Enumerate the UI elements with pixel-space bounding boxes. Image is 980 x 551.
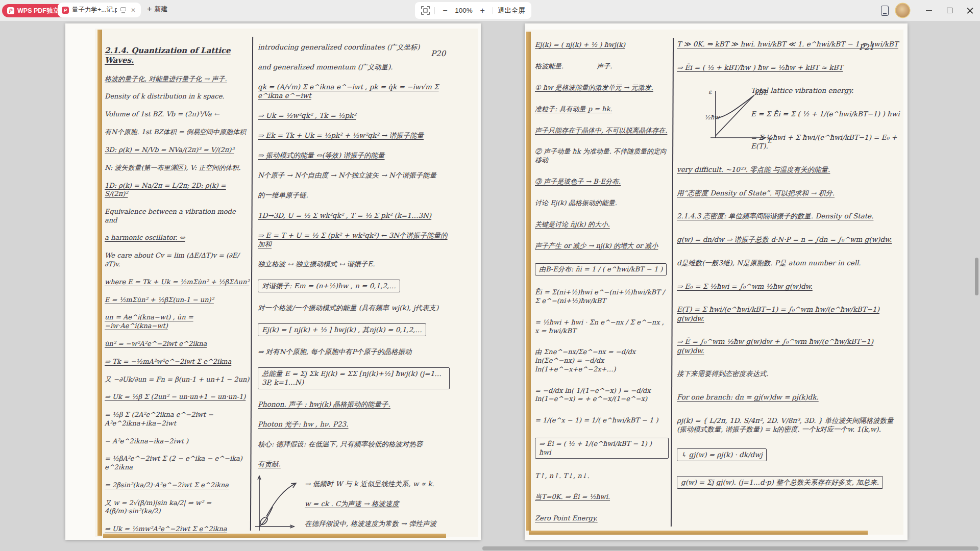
note-line: = 2βsin²(ka/2)·A²e^−2iwt Σ e^2ikna	[105, 481, 250, 490]
divider	[434, 7, 435, 14]
note-line: 格波的量子化, 对能量进行量子化 → 声子.	[105, 75, 250, 84]
document-tab[interactable]: P 量子力学+...记.pdf ✕	[58, 3, 141, 17]
note-line: 又 −∂Uk/∂un = Fn = β(un-1 + un+1 − 2un)	[105, 375, 250, 384]
zoom-level[interactable]: 100%	[455, 7, 473, 14]
notes-column: introducing generalized coordinates (广义坐…	[258, 43, 450, 529]
wps-logo-icon: P	[7, 7, 14, 14]
new-tab-label: 新建	[154, 5, 167, 14]
note-line: and generalized momentum (广义动量).	[258, 63, 450, 71]
energy-vs-temperature-sketch-graph: ε kBT. T. ½ħw	[704, 86, 774, 148]
exit-fullscreen-button[interactable]: 退出全屏	[498, 6, 525, 15]
notes-column: 2.1.4. Quantization of Lattice Waves.格波的…	[105, 46, 250, 534]
note-line: 声子只能存在于晶体中, 不可以脱离晶体存在.	[535, 127, 669, 135]
horizontal-scrollbar-thumb[interactable]	[482, 546, 978, 550]
note-line: 3D: ρ(k) = N/Vb = NVa/(2π)³ = V/(2π)³	[105, 146, 250, 155]
note-line: 由B-E分布: n̄i = 1 / ( e^ħwi/kBT − 1 )	[535, 263, 667, 276]
note-line: 核心: 德拜假设: 在低温下, 只有频率较低的格波对热容	[258, 440, 450, 448]
note-line: 1D→3D, U = ½ Σ wk²qk² , T = ½ Σ pk² (k=1…	[258, 211, 450, 220]
new-tab-button[interactable]: + 新建	[147, 5, 167, 14]
svg-text:½ħw: ½ħw	[704, 114, 720, 121]
note-line: ↳ gj(w) = ρj(k) · dk/dwj	[677, 448, 767, 461]
pdf-page-21: P21 Ej(k) = ( nj(k) + ½ ) ħwj(k)格波能量. 声子…	[525, 23, 908, 540]
note-line: where E = Tk + Uk = ½mΣu̇n² + ½βΣΔun²	[105, 278, 250, 287]
maximize-icon	[947, 8, 952, 13]
avatar[interactable]	[896, 4, 910, 17]
note-line: ⇒ E₀ = Σ ½ħwi = ∫₀^wm ½ħw g(w)dw.	[677, 282, 902, 291]
note-line: ⇒ 对有N个原胞, 每个原胞中有P个原子的晶格振动	[258, 347, 450, 356]
wps-tab-logo-icon: P	[62, 7, 69, 14]
vertical-scrollbar-thumb[interactable]	[975, 258, 978, 295]
note-line: ① ħw 是格波能量的激发单元 → 元激发.	[535, 84, 669, 92]
minimize-icon	[926, 10, 932, 11]
note-line: = 1/(e^x − 1) = 1/( e^ħwi/kBT − 1 )	[535, 416, 669, 425]
note-line: w = ck . C为声速 → 格波速度	[305, 499, 450, 508]
note-line: 由 Σne^−nx/Σe^−nx = −d/dx ln(Σe^−nx) = −d…	[535, 348, 669, 373]
fit-to-screen-icon[interactable]	[421, 6, 430, 15]
notes-column: Ej(k) = ( nj(k) + ½ ) ħwj(k)格波能量. 声子.① ħ…	[535, 41, 669, 523]
device-icon[interactable]	[881, 6, 889, 16]
notebook-edge	[97, 30, 102, 536]
zoom-out-button[interactable]: −	[440, 6, 450, 15]
note-line: Equivalence between a vibration mode and	[105, 208, 250, 224]
note-line: = −d/dx ln( 1/(1−e^−x) ) = −d/dx ln(1−e^…	[535, 387, 669, 404]
note-line: ② 声子动量 ħk 为准动量. 不伴随质量的定向移动	[535, 147, 669, 164]
note-line: 1D: ρ(k) = Na/2π = L/2π; 2D: ρ(k) = S/(2…	[105, 182, 250, 198]
zoom-in-button[interactable]: +	[477, 6, 487, 15]
divider	[493, 7, 493, 14]
note-line: 有贡献.	[258, 460, 450, 468]
note-line: = ½βA²e^−2iwt Σ (2 − e^ika − e^−ika) e^2…	[105, 455, 250, 471]
window-controls	[881, 0, 980, 21]
titlebar: P WPS PDF独立版 P 量子力学+...记.pdf ✕ + 新建 − 10…	[0, 0, 980, 21]
note-line: ⇒ E = T + U = ½ Σ (pk² + wk²qk²) ← 3N个谐振…	[258, 231, 450, 249]
note-line: We care about Cv = lim (ΔE/ΔT)v = (∂E/∂T…	[105, 252, 250, 268]
note-line: For one branch: dn = gj(w)dw = ρj(k)dk.	[677, 393, 902, 402]
svg-text:ε: ε	[708, 88, 712, 95]
note-line: ⇒ Ek = Tk + Uk = ½pk² + ½w²qk² → 谐振子能量	[258, 131, 450, 140]
plus-icon: +	[147, 5, 152, 14]
pin-tab-icon[interactable]	[120, 7, 127, 13]
note-line: 关键是讨论 n̄j(k) 的大小.	[535, 220, 669, 229]
svg-text:T.: T.	[767, 137, 772, 144]
note-line: ⇒ Ē = ∫₀^wm ½ħw g(w)dw + ∫₀^wm ħw/(e^ħw/…	[677, 337, 902, 355]
note-line: E = ½mΣu̇n² + ½βΣ(un-1 − un)²	[105, 296, 250, 305]
note-line: = ½β Σ (2A²e^2ikna e^−2iwt − A²e^2ikna+i…	[105, 411, 250, 428]
note-line: 用“态密度 Density of State”. 可以把求和 → 积分.	[677, 189, 902, 197]
note-line: 又 w = 2√(β/m)|sin ka/2| ⇒ w² = 4(β/m)·si…	[105, 499, 250, 516]
note-line: N: 波矢数量(第一布里渊区), V: 正空间的体积.	[105, 164, 250, 172]
note-line: ③ 声子是玻色子 → B-E分布.	[535, 178, 669, 186]
close-icon	[967, 7, 973, 14]
note-line: ⇒ Ēi = ( ½ + 1/(e^ħwi/kBT − 1) ) ħwi	[535, 438, 669, 459]
note-line: Ēi = Σ(ni+½)ħwi e^−(ni+½)ħwi/kBT / Σ e^−…	[535, 288, 669, 305]
maximize-button[interactable]	[939, 0, 960, 21]
note-line: Density of k distribution in k space.	[105, 92, 250, 101]
note-line: Photon 光子: ħw , hν. P23.	[258, 420, 450, 429]
note-line: 声子产生 or 减少 → nj(k) 的增大 or 减小	[535, 242, 669, 251]
note-line: T↑, n↑. T↓, n↓.	[535, 472, 669, 481]
notebook-edge	[529, 531, 868, 535]
note-line: Ej(k) = ( nj(k) + ½ ) ħwj(k)	[535, 41, 669, 49]
close-button[interactable]	[960, 0, 980, 21]
note-line: a harmonic oscillator. ⇔	[105, 234, 250, 242]
note-line: 的一维单原子链.	[258, 191, 450, 199]
note-line: 在德拜假设中, 格波速度为常数 → 弹性声波	[305, 519, 450, 528]
note-line: very difficult. ~10²³. 零点能 与温度有关的能量.	[677, 165, 902, 174]
note-line: g(w) = Σj gj(w). (j=1…d·p) 整个总数关系存在好多支, …	[677, 476, 883, 489]
minimize-button[interactable]	[919, 0, 939, 21]
note-line: ⇒ Uk = ½β Σ (2un² − un·un+1 − un·un-1)	[105, 393, 250, 402]
pdf-page-20: P20 2.1.4. Quantization of Lattice Waves…	[65, 23, 481, 540]
note-line: 当T=0K. ⇒ Ēi = ½ħwi.	[535, 493, 669, 502]
note-line: 有N个原胞. 1st BZ体积 = 倒易空间中原胞体积	[105, 128, 250, 137]
note-line: 总能量 E = Σj Σk Ej(k) = ΣΣ [nj(k)+½] ħwj(k…	[258, 367, 450, 389]
note-line: introducing generalized coordinates (广义坐…	[258, 43, 450, 52]
note-line: Volume of 1st BZ. Vb = (2π)³/Va ←	[105, 110, 250, 119]
note-line: 对谐振子: Em = (n+½)ħw , n = 0,1,2,…	[258, 280, 400, 292]
note-line: N个原子 → N个自由度 → N个独立波矢 → N个谐振子能量	[258, 171, 450, 180]
note-line: 2.1.4.3 态密度: 单位频率间隔谐振子的数量. Density of St…	[677, 212, 902, 220]
svg-text:kBT.: kBT.	[754, 89, 768, 96]
note-line: E(T) = Σ ħwi/(e^ħwi/kBT−1) = ∫₀^wm ħw/(e…	[677, 305, 902, 323]
note-line: Ej(k) = [ nj(k) + ½ ] ħwj(k) , 其nj(k) = …	[258, 323, 426, 336]
tab-close-icon[interactable]: ✕	[130, 7, 137, 14]
note-line: ρj(k) = { L/2π, 1D. S/4π², 2D. V/8π³, 3D…	[677, 416, 902, 434]
notebook-edge	[103, 534, 446, 538]
note-line: un = Ae^i(kna−wt) , u̇n = −iw·Ae^i(kna−w…	[105, 313, 250, 330]
